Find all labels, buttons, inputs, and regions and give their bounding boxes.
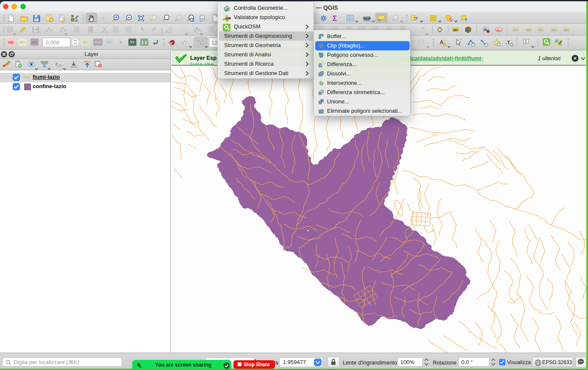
svg-text:T: T — [525, 40, 527, 44]
svg-text:abc: abc — [496, 28, 502, 31]
svg-text:abc: abc — [527, 28, 532, 31]
svg-text:ε: ε — [55, 61, 58, 67]
svg-text:.T: .T — [506, 40, 510, 45]
svg-text:abc: abc — [513, 28, 519, 31]
svg-text:abc: abc — [453, 28, 458, 31]
svg-text:A: A — [440, 39, 444, 45]
svg-text:abc: abc — [552, 28, 557, 31]
svg-text:a: a — [75, 18, 78, 22]
svg-text:Σ: Σ — [333, 14, 337, 22]
svg-text:abc: abc — [564, 28, 569, 31]
svg-text:1:1: 1:1 — [178, 17, 181, 19]
svg-text:abc: abc — [538, 28, 544, 31]
svg-text:ab: ab — [484, 28, 487, 31]
